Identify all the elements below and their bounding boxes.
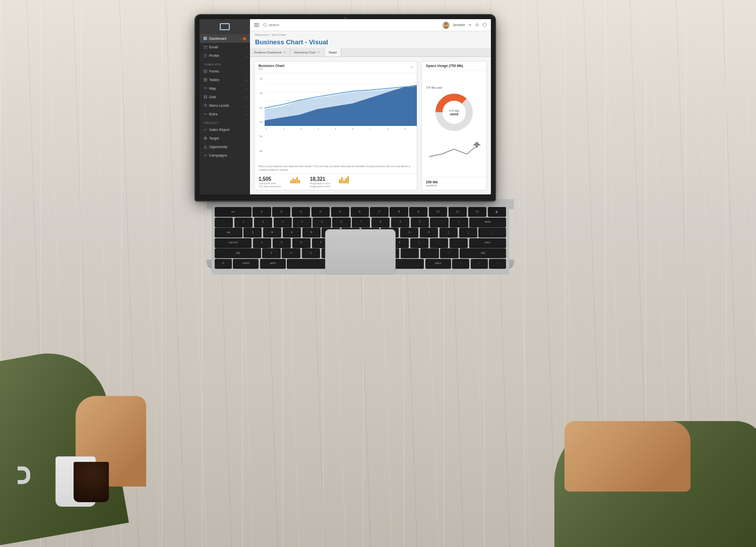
tab-realtime-dashboard[interactable]: Realtime Dashboard × xyxy=(250,48,290,56)
tab-marketing-chart[interactable]: Marketing Chart × xyxy=(290,48,325,56)
key-power[interactable]: ⏻ xyxy=(488,207,506,216)
key-semicolon[interactable]: ; xyxy=(430,238,449,247)
key-f6[interactable]: f6 xyxy=(351,207,369,216)
sidebar-item-extra[interactable]: Extra ‹ xyxy=(200,110,250,118)
sidebar-item-menu-levels[interactable]: Menu Levels ‹ xyxy=(200,101,250,110)
user-dropdown-icon[interactable] xyxy=(468,23,472,27)
sidebar-item-target[interactable]: Target xyxy=(200,134,250,143)
key-a[interactable]: A xyxy=(253,238,272,247)
key-5[interactable]: 5 xyxy=(312,218,331,227)
key-l[interactable]: L xyxy=(410,238,429,247)
key-f8[interactable]: f8 xyxy=(390,207,408,216)
key-f5[interactable]: f5 xyxy=(331,207,349,216)
key-option-l[interactable]: option xyxy=(260,259,286,268)
key-backslash[interactable]: \ xyxy=(478,228,506,237)
key-f11[interactable]: f11 xyxy=(449,207,467,216)
key-comma[interactable]: , xyxy=(401,248,419,257)
key-f7[interactable]: f7 xyxy=(370,207,388,216)
tables-label: Tables xyxy=(209,78,219,82)
sidebar-item-profile[interactable]: Profile ‹ xyxy=(200,51,250,60)
key-delete[interactable]: delete xyxy=(469,218,506,227)
sidebar-item-map[interactable]: Map ‹ xyxy=(200,84,250,93)
svg-line-29 xyxy=(266,26,267,27)
key-arrow-ud[interactable]: ↑↓ xyxy=(471,259,488,268)
key-control[interactable]: control xyxy=(233,259,259,268)
key-r[interactable]: R xyxy=(302,228,321,237)
key-f2[interactable]: f2 xyxy=(272,207,290,216)
sidebar-item-sales[interactable]: Sales Report xyxy=(200,125,250,134)
key-0[interactable]: 0 xyxy=(411,218,429,227)
tab-target[interactable]: Target xyxy=(325,48,342,56)
key-f3[interactable]: f3 xyxy=(292,207,310,216)
key-f10[interactable]: f10 xyxy=(429,207,447,216)
bar2-1 xyxy=(339,179,341,183)
breadcrumb: Resource > Your Chart xyxy=(250,31,491,38)
sidebar-item-forms[interactable]: Forms ‹ xyxy=(200,67,250,76)
key-s[interactable]: S xyxy=(273,238,291,247)
key-shift-r[interactable]: shift xyxy=(460,248,506,257)
key-q[interactable]: Q xyxy=(243,228,262,237)
key-x[interactable]: X xyxy=(282,248,300,257)
right-hand-area xyxy=(534,411,756,547)
sidebar-item-email[interactable]: Email ‹ xyxy=(200,43,250,51)
key-arrow-l[interactable]: ← xyxy=(452,259,469,268)
key-tab[interactable]: tab xyxy=(215,228,242,237)
key-caps[interactable]: caps lock xyxy=(215,238,251,247)
key-quote[interactable]: ' xyxy=(450,238,468,247)
key-f12[interactable]: f12 xyxy=(468,207,486,216)
key-equals[interactable]: = xyxy=(450,218,468,227)
svg-point-28 xyxy=(264,23,266,26)
key-f1[interactable]: f1 xyxy=(253,207,271,216)
key-e[interactable]: E xyxy=(283,228,301,237)
settings-icon[interactable] xyxy=(475,23,479,27)
trackpad[interactable] xyxy=(325,229,396,275)
key-1[interactable]: 1 xyxy=(234,218,253,227)
key-bracket-r[interactable]: ] xyxy=(459,228,477,237)
svg-point-5 xyxy=(205,54,207,56)
bar2-5 xyxy=(347,176,349,183)
key-minus[interactable]: - xyxy=(430,218,448,227)
key-return[interactable]: return xyxy=(469,238,506,247)
key-arrow-r[interactable]: → xyxy=(489,259,506,268)
menu-levels-icon xyxy=(204,104,207,107)
search-input[interactable] xyxy=(269,23,309,27)
business-chart-card: Business Chart N/A × 6M 5M 4M 3M xyxy=(254,61,417,190)
key-f4[interactable]: f4 xyxy=(311,207,330,216)
key-o[interactable]: O xyxy=(400,228,418,237)
key-shift-l[interactable]: shift xyxy=(215,248,261,257)
tab-marketing-close[interactable]: × xyxy=(318,50,320,54)
key-p[interactable]: P xyxy=(420,228,438,237)
key-c[interactable]: C xyxy=(302,248,321,257)
key-f9[interactable]: f9 xyxy=(409,207,427,216)
x-label-3: 3 xyxy=(300,128,302,130)
key-period[interactable]: . xyxy=(420,248,439,257)
sidebar-item-dashboard[interactable]: Dashboard ‹ xyxy=(200,34,250,43)
key-3[interactable]: 3 xyxy=(274,218,292,227)
key-d[interactable]: D xyxy=(292,238,311,247)
key-z[interactable]: Z xyxy=(262,248,281,257)
key-slash[interactable]: / xyxy=(440,248,459,257)
key-bracket-l[interactable]: [ xyxy=(439,228,458,237)
sidebar-item-grid[interactable]: Grid ‹ xyxy=(200,93,250,101)
key-esc[interactable]: esc xyxy=(215,207,251,216)
main-content: Jennifer Resource > Your Chart xyxy=(250,19,491,194)
key-4[interactable]: 4 xyxy=(293,218,311,227)
key-7[interactable]: 7 xyxy=(352,218,370,227)
sidebar-item-tables[interactable]: Tables ‹ xyxy=(200,76,250,84)
chart-close-button[interactable]: × xyxy=(410,65,413,70)
key-option-r[interactable]: option xyxy=(425,259,451,268)
key-fn[interactable]: fn xyxy=(215,259,232,268)
key-6[interactable]: 6 xyxy=(332,218,350,227)
line-chart-svg xyxy=(265,76,417,126)
shield-icon[interactable] xyxy=(482,23,487,27)
tab-realtime-close[interactable]: × xyxy=(284,50,286,54)
key-2[interactable]: 2 xyxy=(254,218,272,227)
key-w[interactable]: W xyxy=(263,228,281,237)
laptop-base: esc f1 f2 f3 f4 f5 f6 f7 f8 f9 f10 f11 f… xyxy=(207,199,514,320)
key-tilde[interactable]: ~ xyxy=(215,218,233,227)
key-9[interactable]: 9 xyxy=(391,218,409,227)
sidebar-item-opportunity[interactable]: Opportunity xyxy=(200,143,250,151)
key-8[interactable]: 8 xyxy=(371,218,390,227)
sidebar-item-campaigns[interactable]: Campaigns xyxy=(200,151,250,160)
hamburger-menu-button[interactable] xyxy=(254,23,259,27)
